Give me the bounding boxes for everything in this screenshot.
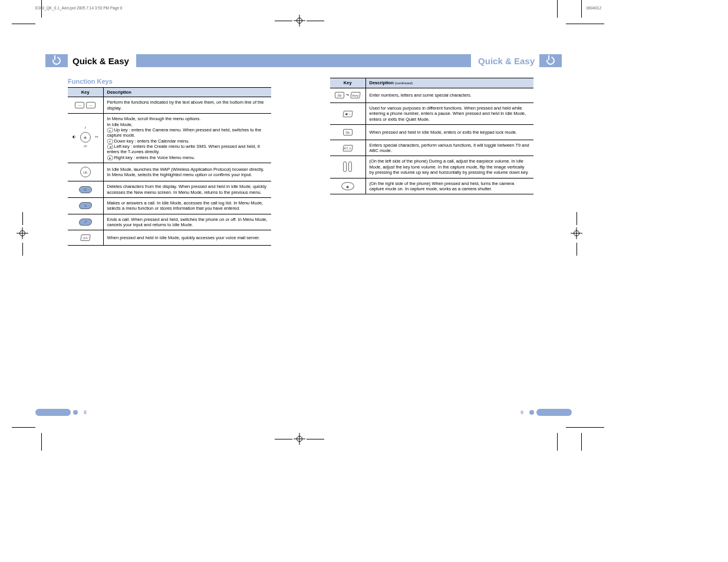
header-bar-left: Quick & Easy [45, 54, 304, 67]
down-icon: ▼ [107, 139, 113, 144]
cropmark [307, 21, 324, 21]
cropmark [12, 24, 35, 24]
right-icon: ▶ [107, 156, 113, 160]
cropmark [557, 433, 558, 451]
function-keys-table: Key Description ⋯ ⋯ Perform the function… [68, 87, 271, 246]
row-desc: (On the left side of the phone) During a… [365, 156, 533, 178]
row-desc: Ends a call. When pressed and held, swit… [103, 214, 271, 230]
header-title: Quick & Easy [471, 54, 539, 67]
footer-dot [73, 410, 78, 415]
cropmark [275, 439, 292, 439]
row-desc: Perform the functions indicated by the t… [103, 97, 271, 114]
star-key-icon: ✱ ▫ [330, 103, 365, 125]
col-desc: Description (continued) [365, 78, 533, 88]
zero-key-icon: 0± [330, 125, 365, 140]
cropmark [275, 21, 292, 21]
right-page: Quick & Easy Key Description (continued)… [304, 24, 572, 418]
cropmark [581, 433, 582, 451]
end-key-icon: ↗ [68, 214, 103, 230]
table-row: 1∞ When pressed and held in Idle Mode, q… [68, 230, 271, 246]
slug-left: E360_QK_0.1_Add.qxd 2005.7.14 3:53 PM Pa… [35, 6, 122, 10]
header-accent [45, 54, 68, 67]
left-page: Quick & Easy Function Keys Key Descripti… [35, 24, 304, 418]
left-page-body: Function Keys Key Description ⋯ ⋯ Perfor… [68, 78, 271, 246]
table-row: (On the left side of the phone) During a… [330, 156, 533, 178]
row-desc: Enters special characters, perform vario… [365, 140, 533, 156]
table-row: ✱ ▫ Used for various purposes in differe… [330, 103, 533, 125]
table-row: ↘ Makes or answers a call. In Idle Mode,… [68, 197, 271, 214]
row-desc: When pressed and held in Idle Mode, ente… [365, 125, 533, 140]
section-title: Function Keys [68, 78, 271, 85]
left-icon: ◀ [107, 144, 113, 149]
power-icon [545, 55, 556, 66]
volume-keys-icon [330, 156, 365, 178]
hash-key-icon: #⇧⇩ [330, 140, 365, 156]
call-key-icon: ↘ [68, 197, 103, 214]
row-desc: Used for various purposes in different f… [365, 103, 533, 125]
power-icon [51, 55, 62, 66]
cropmark [307, 439, 324, 439]
zero-nine-icon: 0± ~ 9wxy [330, 88, 365, 103]
softkey-pair-icon: ⋯ ⋯ [68, 97, 103, 114]
table-row: ↗ Ends a call. When pressed and held, sw… [68, 214, 271, 230]
col-key: Key [68, 88, 103, 97]
footer-pill [35, 409, 71, 416]
cropmark [22, 212, 23, 225]
ok-key-icon: OK [68, 163, 103, 181]
cropmark [581, 0, 582, 18]
cropmark [577, 212, 577, 225]
page-number: 8 [84, 409, 87, 415]
table-row: #⇧⇩ Enters special characters, perform v… [330, 140, 533, 156]
camera-key-icon: ◉ [330, 178, 365, 194]
cropmark [566, 427, 589, 428]
slug-right: 0604012 [587, 6, 601, 10]
cropmark [12, 427, 35, 428]
row-desc: Makes or answers a call. In Idle Mode, a… [103, 197, 271, 214]
row-desc: (On the right side of the phone) When pr… [365, 178, 533, 194]
up-icon: ▲ [107, 128, 113, 133]
one-key-icon: 1∞ [68, 230, 103, 246]
registration-mark [17, 227, 28, 239]
table-row: 0± When pressed and held in Idle Mode, e… [330, 125, 533, 140]
row-desc: In Menu Mode, scroll through the menu op… [103, 114, 271, 163]
cropmark [587, 427, 604, 428]
row-desc: When pressed and held in Idle Mode, quic… [103, 230, 271, 246]
cropmark [557, 0, 558, 18]
right-page-body: Key Description (continued) 0± ~ 9wxy En… [330, 78, 533, 194]
table-row: 0± ~ 9wxy Enter numbers, letters and som… [330, 88, 533, 103]
table-row: ⋯ ⋯ Perform the functions indicated by t… [68, 97, 271, 114]
nav-cluster-icon: ✥ ♪▭◐▭ [68, 114, 103, 163]
table-row: ◉ (On the right side of the phone) When … [330, 178, 533, 194]
table-row: OK In Idle Mode, launches the WAP (Wirel… [68, 163, 271, 181]
footer-pill [536, 409, 572, 416]
col-key: Key [330, 78, 365, 88]
c-key-icon: C [68, 181, 103, 198]
header-bar-right: Quick & Easy [304, 54, 562, 67]
registration-mark [571, 227, 582, 239]
table-row: ✥ ♪▭◐▭ In Menu Mode, scroll through the … [68, 114, 271, 163]
footer-dot [529, 410, 534, 415]
registration-mark [294, 433, 305, 445]
header-title: Quick & Easy [68, 54, 136, 67]
cropmark [22, 243, 23, 256]
footer-left: 8 [35, 409, 87, 416]
row-desc: Deletes characters from the display. Whe… [103, 181, 271, 198]
col-desc: Description [103, 88, 271, 97]
header-accent [539, 54, 562, 67]
page-spread: Quick & Easy Function Keys Key Descripti… [35, 24, 572, 418]
cropmark [587, 24, 604, 24]
cropmark [577, 243, 577, 256]
function-keys-table-2: Key Description (continued) 0± ~ 9wxy En… [330, 78, 533, 194]
cropmark [41, 433, 42, 451]
page-number: 9 [521, 409, 523, 415]
row-desc: In Idle Mode, launches the WAP (Wireless… [103, 163, 271, 181]
table-row: C Deletes characters from the display. W… [68, 181, 271, 198]
footer-right: 9 [521, 409, 572, 416]
row-desc: Enter numbers, letters and some special … [365, 88, 533, 103]
